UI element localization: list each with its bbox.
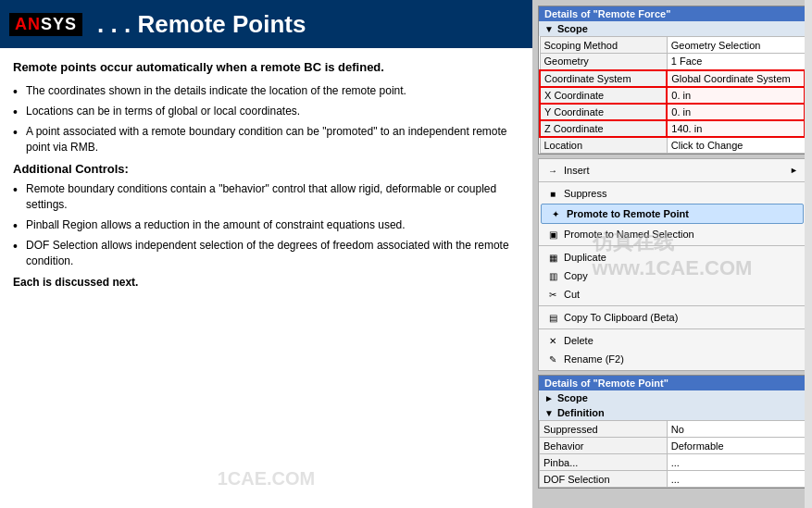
menu-item-copy[interactable]: ▥ Copy bbox=[539, 266, 806, 285]
table-row: Pinba... ... bbox=[540, 454, 806, 471]
definition-label: Definition bbox=[557, 407, 605, 418]
menu-item-promote-named[interactable]: ▣ Promote to Named Selection bbox=[539, 225, 806, 243]
scope-header[interactable]: ▼ Scope bbox=[539, 21, 806, 36]
menu-label: Suppress bbox=[564, 188, 606, 199]
cut-icon: ✂ bbox=[546, 288, 559, 301]
menu-label: Promote to Named Selection bbox=[564, 229, 694, 240]
row-label: Y Coordinate bbox=[540, 104, 667, 120]
row-value: No bbox=[667, 421, 805, 438]
list-item: The coordinates shown in the details ind… bbox=[13, 83, 519, 99]
menu-item-suppress[interactable]: ■ Suppress bbox=[539, 184, 806, 203]
header-bar: ANSYS . . . Remote Points bbox=[0, 0, 532, 48]
row-label: Z Coordinate bbox=[540, 120, 667, 137]
coordinate-system-row: Coordinate System Global Coordinate Syst… bbox=[540, 70, 805, 87]
promote-named-icon: ▣ bbox=[546, 228, 559, 241]
logo-an: AN bbox=[15, 15, 41, 33]
menu-separator bbox=[539, 328, 806, 329]
menu-item-duplicate[interactable]: ▦ Duplicate bbox=[539, 248, 806, 266]
row-value: Global Coordinate System bbox=[667, 70, 805, 87]
remote-force-details: Details of "Remote Force" ▼ Scope Scopin… bbox=[538, 6, 806, 155]
footer-text: Each is discussed next. bbox=[13, 276, 519, 289]
row-label: Suppressed bbox=[540, 421, 668, 438]
scrollbar[interactable] bbox=[805, 0, 812, 508]
menu-separator bbox=[539, 245, 806, 246]
row-label: Location bbox=[540, 137, 667, 154]
table-row: DOF Selection ... bbox=[540, 471, 806, 488]
menu-item-cut[interactable]: ✂ Cut bbox=[539, 285, 806, 304]
remote-point-details: Details of "Remote Point" ► Scope ▼ Defi… bbox=[538, 375, 806, 489]
duplicate-icon: ▦ bbox=[546, 251, 559, 264]
menu-label: Cut bbox=[564, 289, 580, 300]
definition-section-header[interactable]: ▼ Definition bbox=[539, 405, 806, 420]
row-label: Behavior bbox=[540, 438, 668, 454]
row-value: 0. in bbox=[667, 104, 805, 120]
remote-point-table: Suppressed No Behavior Deformable Pinba.… bbox=[539, 420, 806, 488]
title-text: Remote Points bbox=[137, 10, 306, 38]
row-label: X Coordinate bbox=[540, 87, 667, 104]
collapse-icon: ▼ bbox=[544, 408, 554, 418]
list-item: DOF Selection allows independent selecti… bbox=[13, 238, 519, 269]
list-item: Remote boundary conditions contain a "be… bbox=[13, 181, 519, 213]
list-item: A point associated with a remote boundar… bbox=[13, 124, 519, 155]
row-value: 1 Face bbox=[667, 54, 805, 70]
location-row: Location Click to Change bbox=[540, 137, 805, 154]
ansys-logo: ANSYS bbox=[9, 13, 82, 36]
submenu-arrow-icon: ► bbox=[790, 166, 798, 175]
expand-icon: ► bbox=[544, 393, 554, 403]
title-dots: . . . bbox=[97, 10, 131, 38]
suppress-icon: ■ bbox=[546, 187, 559, 200]
row-value: ... bbox=[667, 454, 805, 471]
row-value: ... bbox=[667, 471, 805, 488]
menu-item-clipboard[interactable]: ▤ Copy To Clipboard (Beta) bbox=[539, 308, 806, 327]
row-label: Geometry bbox=[540, 54, 667, 70]
x-coordinate-row: X Coordinate 0. in bbox=[540, 87, 805, 104]
table-row: Geometry 1 Face bbox=[540, 54, 805, 70]
promote-remote-icon: ✦ bbox=[549, 207, 562, 220]
menu-label: Promote to Remote Point bbox=[567, 208, 689, 219]
slide-title: . . . Remote Points bbox=[97, 10, 306, 39]
intro-text: Remote points occur automatically when a… bbox=[13, 59, 519, 76]
table-row: Scoping Method Geometry Selection bbox=[540, 37, 805, 54]
logo-sys: SYS bbox=[41, 15, 77, 33]
copy-icon: ▥ bbox=[546, 269, 559, 282]
menu-item-insert[interactable]: → Insert ► bbox=[539, 161, 806, 180]
menu-separator bbox=[539, 181, 806, 182]
menu-label: Delete bbox=[564, 335, 593, 346]
table-row: Behavior Deformable bbox=[540, 438, 806, 454]
list-item: Pinball Region allows a reduction in the… bbox=[13, 217, 519, 233]
scope-label: Scope bbox=[557, 392, 588, 403]
table-row: Suppressed No bbox=[540, 421, 806, 438]
scope-section-header[interactable]: ► Scope bbox=[539, 390, 806, 405]
menu-separator bbox=[539, 305, 806, 306]
slide-content: Remote points occur automatically when a… bbox=[0, 48, 532, 296]
menu-label: Duplicate bbox=[564, 252, 606, 263]
context-menu: → Insert ► ■ Suppress ✦ Promote to Remot… bbox=[538, 158, 806, 371]
row-value: 0. in bbox=[667, 87, 805, 104]
menu-label: Copy bbox=[564, 270, 588, 281]
row-value: Click to Change bbox=[667, 137, 805, 154]
right-panel: Details of "Remote Force" ▼ Scope Scopin… bbox=[532, 0, 812, 508]
row-value: Deformable bbox=[667, 438, 805, 454]
delete-icon: ✕ bbox=[546, 334, 559, 347]
menu-item-promote-remote[interactable]: ✦ Promote to Remote Point bbox=[541, 204, 804, 224]
insert-icon: → bbox=[546, 164, 559, 177]
clipboard-icon: ▤ bbox=[546, 311, 559, 324]
row-label: Pinba... bbox=[540, 454, 668, 471]
menu-item-delete[interactable]: ✕ Delete bbox=[539, 331, 806, 350]
row-label: Coordinate System bbox=[540, 70, 667, 87]
remote-point-title: Details of "Remote Point" bbox=[539, 376, 806, 390]
row-value: Geometry Selection bbox=[667, 37, 805, 54]
menu-label: Copy To Clipboard (Beta) bbox=[564, 312, 678, 323]
remote-force-title: Details of "Remote Force" bbox=[539, 6, 806, 21]
menu-item-rename[interactable]: ✎ Rename (F2) bbox=[539, 350, 806, 368]
left-watermark: 1CAE.COM bbox=[218, 468, 316, 489]
bullet-list-1: The coordinates shown in the details ind… bbox=[13, 83, 519, 155]
row-label: Scoping Method bbox=[540, 37, 667, 54]
scope-label: Scope bbox=[557, 23, 588, 34]
additional-controls-title: Additional Controls: bbox=[13, 162, 519, 176]
row-value: 140. in bbox=[667, 120, 805, 137]
menu-label: Rename (F2) bbox=[564, 353, 624, 365]
collapse-icon: ▼ bbox=[544, 24, 554, 34]
list-item: Locations can be in terms of global or l… bbox=[13, 104, 519, 119]
rename-icon: ✎ bbox=[546, 353, 559, 366]
